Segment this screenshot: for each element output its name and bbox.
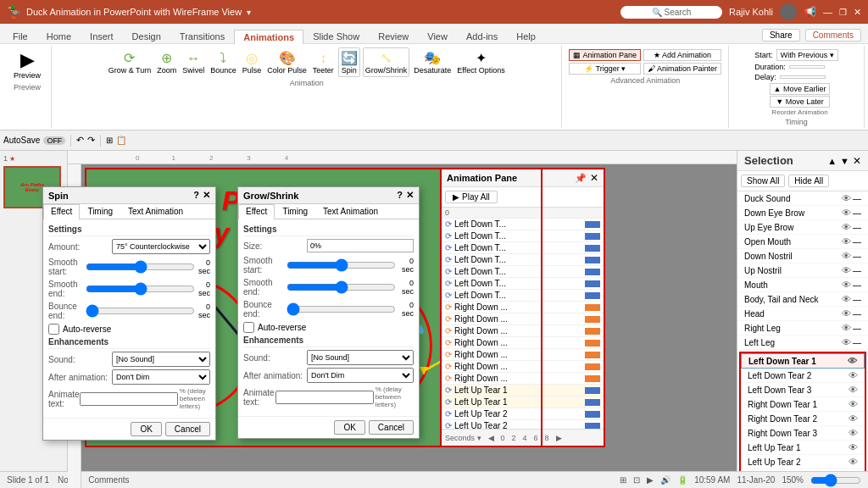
eye-duck-sound[interactable]: 👁 <box>842 193 851 203</box>
tab-insert[interactable]: Insert <box>81 29 123 43</box>
sel-right-down-tear-3[interactable]: Right Down Tear 3 👁 <box>741 426 865 441</box>
anim-item-9[interactable]: ⟳ Right Down ... <box>442 313 604 325</box>
sel-left-leg[interactable]: Left Leg 👁 — <box>737 336 868 350</box>
add-animation-btn[interactable]: ★ Add Animation <box>643 49 721 61</box>
anim-item-18[interactable]: ⟳ Left Up Tear 2 <box>442 420 604 429</box>
eye-right-leg[interactable]: 👁 <box>842 323 851 333</box>
search-bar[interactable]: 🔍 Search <box>620 6 722 19</box>
anim-color-pulse[interactable]: 🎨 Color Pulse <box>265 48 309 76</box>
dropdown-arrow[interactable]: ▾ <box>247 8 251 17</box>
anim-item-5[interactable]: ⟳ Left Down T... <box>442 266 604 278</box>
sel-right-down-tear-2[interactable]: Right Down Tear 2 👁 <box>741 412 865 426</box>
spin-amount-select[interactable]: 75° Counterclockwise <box>112 239 210 254</box>
sel-open-mouth[interactable]: Open Mouth 👁 — <box>737 235 868 249</box>
view-slideshow-btn[interactable]: ▶ <box>647 475 654 485</box>
anim-pane-close[interactable]: ✕ <box>590 172 598 184</box>
sel-left-down-tear-2[interactable]: Left Down Tear 2 👁 <box>741 369 865 383</box>
grow-sound-select[interactable]: [No Sound] <box>307 350 414 365</box>
eye-left-leg[interactable]: 👁 <box>842 337 851 347</box>
grow-after-anim-select[interactable]: Don't Dim <box>307 368 414 383</box>
spin-dialog-close[interactable]: ✕ <box>203 190 210 201</box>
sel-head[interactable]: Head 👁 — <box>737 307 868 321</box>
eye-body-tail-neck[interactable]: 👁 <box>842 294 851 304</box>
sel-left-down-tear-1[interactable]: Left Down Tear 1 👁 <box>741 353 865 369</box>
move-later-btn[interactable]: ▼ Move Later <box>770 96 831 108</box>
anim-grow-turn[interactable]: ⟳ Grow & Turn <box>107 48 153 76</box>
spin-tab-timing[interactable]: Timing <box>80 204 120 219</box>
anim-effect-options[interactable]: ✦ Effect Options <box>455 48 506 76</box>
spin-bounce-end-slider[interactable] <box>86 306 195 316</box>
sel-mouth[interactable]: Mouth 👁 — <box>737 278 868 292</box>
tab-review[interactable]: Review <box>369 29 418 43</box>
sel-duck-sound[interactable]: Duck Sound 👁 — <box>737 191 868 206</box>
spin-after-anim-select[interactable]: Don't Dim <box>112 369 210 385</box>
sel-left-down-tear-3[interactable]: Left Down Tear 3 👁 <box>741 383 865 397</box>
restore-btn[interactable]: ❐ <box>839 8 847 17</box>
tab-transitions[interactable]: Transitions <box>170 29 234 43</box>
play-all-btn[interactable]: ▶ Play All <box>445 191 498 203</box>
sel-up-eye-brow[interactable]: Up Eye Brow 👁 — <box>737 220 868 235</box>
spin-sound-select[interactable]: [No Sound] <box>112 352 210 367</box>
eye-open-mouth[interactable]: 👁 <box>842 236 851 247</box>
anim-pane-pin[interactable]: 📌 <box>575 173 587 184</box>
sel-down-nostril[interactable]: Down Nostril 👁 — <box>737 249 868 263</box>
anim-teeter[interactable]: ↕ Teeter <box>311 49 336 76</box>
show-all-btn[interactable]: Show All <box>741 175 785 187</box>
sel-down-eye-brow[interactable]: Down Eye Brow 👁 — <box>737 206 868 220</box>
animation-painter-btn[interactable]: 🖌 Animation Painter <box>643 63 721 75</box>
tab-home[interactable]: Home <box>37 29 81 43</box>
sel-body-tail-neck[interactable]: Body, Tail and Neck 👁 — <box>737 292 868 307</box>
grow-tab-timing[interactable]: Timing <box>275 204 315 219</box>
anim-item-6[interactable]: ⟳ Left Down T... <box>442 278 604 290</box>
anim-swivel[interactable]: ↔ Swivel <box>181 49 206 76</box>
comments-button[interactable]: Comments <box>805 29 861 42</box>
anim-zoom[interactable]: ⊕ Zoom <box>155 48 178 76</box>
trigger-btn[interactable]: ⚡ Trigger ▾ <box>569 63 641 75</box>
redo-btn[interactable]: ↷ <box>87 135 95 146</box>
eye-left-up-tear-1[interactable]: 👁 <box>849 442 858 452</box>
eye-left-down-tear-2[interactable]: 👁 <box>849 370 858 380</box>
tab-view[interactable]: View <box>418 29 457 43</box>
anim-item-3[interactable]: ⟳ Left Down T... <box>442 242 604 254</box>
spin-auto-reverse-check[interactable] <box>48 324 59 335</box>
anim-item-7[interactable]: ⟳ Left Down T... <box>442 290 604 302</box>
speaker-icon[interactable]: 🔊 <box>660 475 670 485</box>
grow-tab-effect[interactable]: Effect <box>238 204 275 219</box>
grow-size-input[interactable] <box>307 239 414 252</box>
zoom-slider[interactable] <box>810 475 861 485</box>
sel-right-down-tear-1[interactable]: Right Down Tear 1 👁 <box>741 397 865 412</box>
spin-animate-text-input[interactable] <box>80 392 178 406</box>
anim-item-16[interactable]: ⟳ Left Up Tear 1 <box>442 396 604 408</box>
anim-item-4[interactable]: ⟳ Left Down T... <box>442 254 604 266</box>
tab-file[interactable]: File <box>3 29 37 43</box>
sel-right-leg[interactable]: Right Leg 👁 — <box>737 321 868 336</box>
tab-addins[interactable]: Add-ins <box>457 29 507 43</box>
anim-item-2[interactable]: ⟳ Left Down T... <box>442 230 604 242</box>
eye-left-up-tear-2[interactable]: 👁 <box>849 457 858 467</box>
anim-item-17[interactable]: ⟳ Left Up Tear 2 <box>442 408 604 420</box>
spin-dialog-help[interactable]: ? <box>193 190 199 201</box>
anim-item-11[interactable]: ⟳ Right Down ... <box>442 337 604 349</box>
grow-auto-reverse-check[interactable] <box>243 322 254 333</box>
view-normal-btn[interactable]: ⊞ <box>620 475 626 485</box>
selection-close[interactable]: ✕ <box>853 155 861 167</box>
close-btn[interactable]: ✕ <box>854 7 861 18</box>
hide-all-btn[interactable]: Hide All <box>788 175 829 187</box>
anim-item-10[interactable]: ⟳ Right Down ... <box>442 325 604 337</box>
minimize-btn[interactable]: — <box>823 7 832 17</box>
comments-status-btn[interactable]: Comments <box>88 475 129 485</box>
anim-grow-shrink[interactable]: ⤡ Grow/Shrink <box>363 47 410 77</box>
preview-btn[interactable]: ▶ Preview <box>10 47 44 81</box>
anim-bounce[interactable]: ⤵ Bounce <box>209 49 238 76</box>
anim-item-15[interactable]: ⟳ Left Up Tear 1 <box>442 385 604 396</box>
spin-ok-btn[interactable]: OK <box>131 422 161 436</box>
eye-left-down-tear-1[interactable]: 👁 <box>848 356 857 366</box>
spin-cancel-btn[interactable]: Cancel <box>165 422 210 436</box>
eye-right-down-tear-2[interactable]: 👁 <box>849 413 858 424</box>
eye-left-down-tear-3[interactable]: 👁 <box>849 385 858 395</box>
spin-tab-text[interactable]: Text Animation <box>120 204 191 219</box>
eye-down-nostril[interactable]: 👁 <box>842 251 851 261</box>
paste-btn[interactable]: 📋 <box>116 136 126 145</box>
anim-item-14[interactable]: ⟳ Right Down ... <box>442 373 604 385</box>
spin-smooth-start-slider[interactable] <box>86 262 195 272</box>
